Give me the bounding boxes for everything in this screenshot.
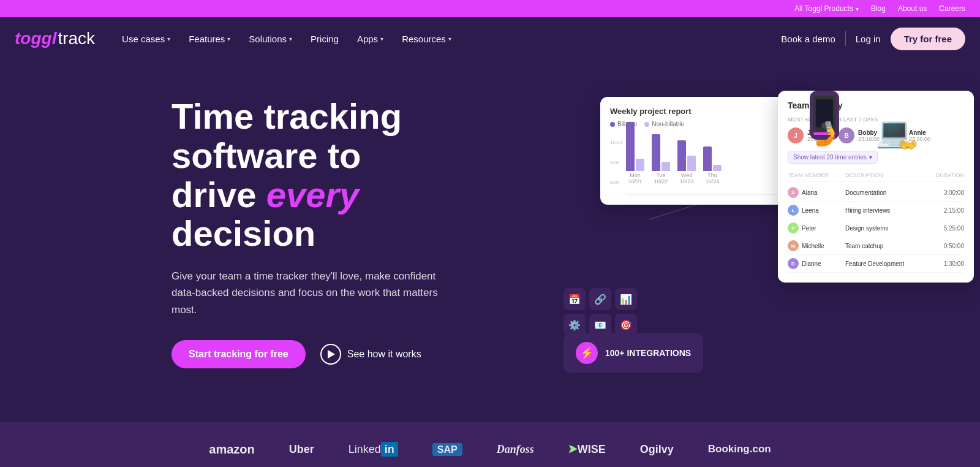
- integration-icon-6: 🎯: [615, 314, 637, 336]
- logo[interactable]: toggl track: [15, 29, 95, 48]
- show-entries-button[interactable]: Show latest 20 time entries ▾: [788, 151, 878, 164]
- nav-right: Book a demo Log in Try for free: [781, 28, 965, 50]
- careers-link[interactable]: Careers: [939, 4, 965, 13]
- table-row: M Michelle Team catchup 0:50:00: [788, 237, 964, 255]
- login-button[interactable]: Log in: [856, 34, 881, 44]
- blog-link[interactable]: Blog: [871, 4, 886, 13]
- row-avatar: M: [788, 240, 799, 251]
- bar-non-billable: [687, 156, 696, 171]
- bar-billable: [677, 140, 686, 171]
- main-nav: toggl track Use cases ▾ Features ▾ Solut…: [0, 17, 980, 60]
- start-tracking-button[interactable]: Start tracking for free: [172, 340, 306, 368]
- logo-danfoss: Danfoss: [497, 443, 534, 456]
- bar-group-tue: Tue10/22: [652, 134, 670, 184]
- row-avatar: L: [788, 205, 799, 216]
- integration-icon-2: 🔗: [589, 288, 611, 310]
- top-user-2: B Bobby 23:10:00: [839, 127, 880, 143]
- about-link[interactable]: About us: [898, 4, 927, 13]
- laptop-icon: 💻 👐: [876, 115, 913, 150]
- integrations-icon: ⚡: [576, 342, 598, 364]
- bar-non-billable: [636, 159, 644, 171]
- bar-billable: [703, 146, 712, 171]
- logo-amazon: amazon: [209, 442, 254, 457]
- integrations-cluster: 📅 🔗 📊 ⚙️ 📧 🎯: [564, 288, 637, 336]
- integration-icon-3: 📊: [615, 288, 637, 310]
- nav-pricing[interactable]: Pricing: [303, 29, 346, 49]
- integrations-badge: ⚡ 100+ INTEGRATIONS: [564, 333, 703, 373]
- non-billable-dot: [644, 122, 649, 127]
- chevron-down-icon: ▾: [227, 36, 230, 42]
- hero-content: Time tracking software to drive every de…: [172, 97, 441, 368]
- chevron-down-icon: ▾: [448, 36, 451, 42]
- nav-resources[interactable]: Resources ▾: [394, 29, 459, 49]
- integration-icon-4: ⚙️: [564, 314, 586, 336]
- logo-wise: ⮞WISE: [568, 443, 606, 456]
- logo-linkedin: Linkedin: [349, 443, 398, 456]
- table-row: P Peter Design systems 5:25:00: [788, 219, 964, 237]
- table-row: D Dianne Feature Development 1:30:00: [788, 255, 964, 273]
- integration-icon-1: 📅: [564, 288, 586, 310]
- all-toggl-products[interactable]: All Toggl Products ▾: [794, 4, 859, 13]
- logo-uber: Uber: [289, 443, 314, 456]
- weekly-report-card: Weekly project report Billable Non-billa…: [600, 97, 809, 205]
- integrations-text: 100+ INTEGRATIONS: [605, 348, 691, 358]
- logo-booking: Booking.con: [708, 443, 771, 455]
- hero-subtitle: Give your team a time tracker they'll lo…: [172, 268, 441, 318]
- chevron-down-icon: ▾: [289, 36, 292, 42]
- nav-solutions[interactable]: Solutions ▾: [241, 29, 300, 49]
- table-row: L Leena Hiring interviews 2:15:00: [788, 202, 964, 219]
- table-header: Team Member Description Duration: [788, 170, 964, 181]
- logo-toggl: toggl: [15, 29, 56, 48]
- bar-group-mon: Mon10/21: [626, 122, 644, 184]
- bar-group-wed: Wed10/23: [677, 140, 696, 184]
- weekly-report-title: Weekly project report: [610, 107, 799, 116]
- integration-icon-5: 📧: [589, 314, 611, 336]
- hero-visuals: 🤳 💻 👐 Weekly project report Billable Non…: [551, 85, 980, 422]
- row-avatar: D: [788, 258, 799, 269]
- try-free-button[interactable]: Try for free: [891, 28, 965, 50]
- billable-dot: [610, 122, 615, 127]
- nav-features[interactable]: Features ▾: [181, 29, 238, 49]
- logo-track: track: [58, 29, 95, 48]
- book-demo-button[interactable]: Book a demo: [781, 34, 835, 44]
- top-bar: All Toggl Products ▾ Blog About us Caree…: [0, 0, 980, 17]
- bar-non-billable: [662, 162, 670, 171]
- logo-ogilvy: Ogilvy: [640, 443, 674, 456]
- chevron-down-icon: ▾: [380, 36, 383, 42]
- play-icon: [320, 344, 341, 365]
- chevron-down-icon: ▾: [167, 36, 170, 42]
- table-row: A Alana Documentation 3:00:00: [788, 184, 964, 202]
- phone-icon: 🤳: [810, 91, 839, 140]
- nav-links: Use cases ▾ Features ▾ Solutions ▾ Prici…: [115, 29, 781, 49]
- hero-title: Time tracking software to drive every de…: [172, 97, 441, 253]
- logos-bar: amazon Uber Linkedin SAP Danfoss ⮞WISE O…: [0, 422, 980, 467]
- nav-apps[interactable]: Apps ▾: [350, 29, 391, 49]
- row-avatar: P: [788, 222, 799, 234]
- nav-divider: [845, 31, 846, 46]
- logo-sap: SAP: [432, 443, 462, 456]
- bar-billable: [626, 122, 635, 171]
- bar-billable: [652, 134, 660, 171]
- legend-non-billable: Non-billable: [644, 121, 684, 127]
- see-how-button[interactable]: See how it works: [320, 344, 421, 365]
- nav-use-cases[interactable]: Use cases ▾: [115, 29, 178, 49]
- hero-actions: Start tracking for free See how it works: [172, 340, 441, 368]
- hero-section: Time tracking software to drive every de…: [0, 60, 980, 422]
- play-triangle-icon: [328, 350, 335, 359]
- row-avatar: A: [788, 187, 799, 198]
- bar-non-billable: [713, 165, 722, 171]
- bar-group-thu: Thu10/24: [703, 146, 722, 184]
- weekly-report-chart: Mon10/21 Tue10/22 We: [626, 134, 799, 195]
- user-avatar-joanna: J: [788, 127, 804, 143]
